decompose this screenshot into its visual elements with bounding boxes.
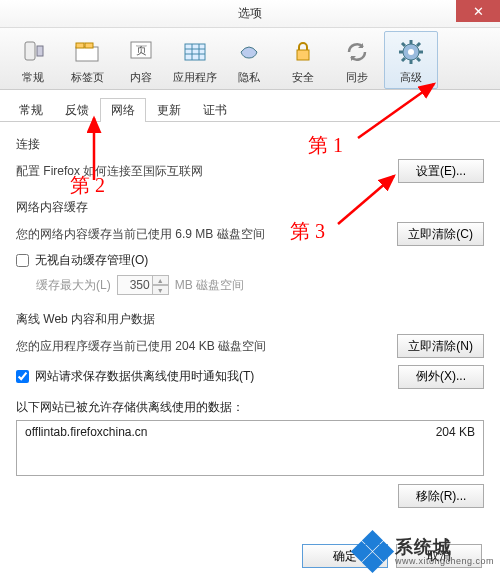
tab-content[interactable]: 页 内容 bbox=[114, 31, 168, 89]
connection-title: 连接 bbox=[16, 136, 484, 153]
svg-line-21 bbox=[402, 58, 405, 61]
network-panel: 连接 配置 Firefox 如何连接至国际互联网 设置(E)... 网络内容缓存… bbox=[0, 122, 500, 530]
cache-limit-prefix: 缓存最大为(L) bbox=[36, 277, 111, 294]
connection-section: 连接 配置 Firefox 如何连接至国际互联网 设置(E)... bbox=[16, 136, 484, 183]
privacy-icon bbox=[233, 36, 265, 68]
general-icon bbox=[17, 36, 49, 68]
svg-text:页: 页 bbox=[136, 44, 147, 56]
cache-desc: 您的网络内容缓存当前已使用 6.9 MB 磁盘空间 bbox=[16, 226, 265, 243]
svg-rect-1 bbox=[37, 46, 43, 56]
svg-rect-4 bbox=[85, 43, 93, 48]
tab-advanced[interactable]: 高级 bbox=[384, 31, 438, 89]
svg-line-19 bbox=[402, 43, 405, 46]
titlebar: 选项 ✕ bbox=[0, 0, 500, 28]
clear-cache-button[interactable]: 立即清除(C) bbox=[397, 222, 484, 246]
watermark-logo bbox=[355, 534, 391, 570]
offline-title: 离线 Web 内容和用户数据 bbox=[16, 311, 484, 328]
cache-limit-input bbox=[117, 275, 153, 295]
svg-point-14 bbox=[408, 49, 414, 55]
svg-line-22 bbox=[417, 43, 420, 46]
subtab-certificates[interactable]: 证书 bbox=[192, 98, 238, 122]
offline-section: 离线 Web 内容和用户数据 您的应用程序缓存当前已使用 204 KB 磁盘空间… bbox=[16, 311, 484, 508]
cache-title: 网络内容缓存 bbox=[16, 199, 484, 216]
svg-rect-7 bbox=[185, 44, 205, 60]
content-icon: 页 bbox=[125, 36, 157, 68]
offline-sites-list[interactable]: offlintab.firefoxchina.cn 204 KB bbox=[16, 420, 484, 476]
window-title: 选项 bbox=[238, 5, 262, 22]
svg-rect-12 bbox=[297, 50, 309, 60]
tab-tabs[interactable]: 标签页 bbox=[60, 31, 114, 89]
tabs-icon bbox=[71, 36, 103, 68]
cache-limit-suffix: MB 磁盘空间 bbox=[175, 277, 244, 294]
tab-security[interactable]: 安全 bbox=[276, 31, 330, 89]
advanced-subtabs: 常规 反馈 网络 更新 证书 bbox=[0, 92, 500, 122]
cache-limit-row: 缓存最大为(L) ▲▼ MB 磁盘空间 bbox=[36, 275, 484, 295]
notify-checkbox[interactable]: 网站请求保存数据供离线使用时通知我(T) bbox=[16, 368, 254, 385]
svg-rect-0 bbox=[25, 42, 35, 60]
svg-line-20 bbox=[417, 58, 420, 61]
override-cache-checkbox[interactable]: 无视自动缓存管理(O) bbox=[16, 252, 484, 269]
spin-up-icon: ▲ bbox=[153, 275, 169, 285]
svg-rect-3 bbox=[76, 43, 84, 48]
category-toolbar: 常规 标签页 页 内容 应用程序 隐私 安全 同步 高级 bbox=[0, 28, 500, 90]
subtab-network[interactable]: 网络 bbox=[100, 98, 146, 122]
close-button[interactable]: ✕ bbox=[456, 0, 500, 22]
subtab-general[interactable]: 常规 bbox=[8, 98, 54, 122]
spin-down-icon: ▼ bbox=[153, 285, 169, 295]
offline-desc: 您的应用程序缓存当前已使用 204 KB 磁盘空间 bbox=[16, 338, 266, 355]
tab-sync[interactable]: 同步 bbox=[330, 31, 384, 89]
subtab-update[interactable]: 更新 bbox=[146, 98, 192, 122]
apps-icon bbox=[179, 36, 211, 68]
exceptions-button[interactable]: 例外(X)... bbox=[398, 365, 484, 389]
watermark-url: www.xitongcheng.com bbox=[395, 557, 494, 566]
tab-applications[interactable]: 应用程序 bbox=[168, 31, 222, 89]
list-item[interactable]: offlintab.firefoxchina.cn 204 KB bbox=[17, 421, 483, 443]
clear-offline-button[interactable]: 立即清除(N) bbox=[397, 334, 484, 358]
tab-general[interactable]: 常规 bbox=[6, 31, 60, 89]
settings-button[interactable]: 设置(E)... bbox=[398, 159, 484, 183]
watermark-brand: 系统城 bbox=[395, 538, 494, 557]
cache-section: 网络内容缓存 您的网络内容缓存当前已使用 6.9 MB 磁盘空间 立即清除(C)… bbox=[16, 199, 484, 295]
subtab-feedback[interactable]: 反馈 bbox=[54, 98, 100, 122]
tab-privacy[interactable]: 隐私 bbox=[222, 31, 276, 89]
sync-icon bbox=[341, 36, 373, 68]
connection-desc: 配置 Firefox 如何连接至国际互联网 bbox=[16, 163, 203, 180]
override-cache-input[interactable] bbox=[16, 254, 29, 267]
notify-checkbox-input[interactable] bbox=[16, 370, 29, 383]
gear-icon bbox=[395, 36, 427, 68]
site-size: 204 KB bbox=[436, 425, 475, 439]
remove-button[interactable]: 移除(R)... bbox=[398, 484, 484, 508]
offline-list-label: 以下网站已被允许存储供离线使用的数据： bbox=[16, 399, 484, 416]
watermark: 系统城 www.xitongcheng.com bbox=[355, 534, 494, 570]
site-name: offlintab.firefoxchina.cn bbox=[25, 425, 148, 439]
cache-limit-spinner: ▲▼ bbox=[117, 275, 169, 295]
lock-icon bbox=[287, 36, 319, 68]
svg-rect-2 bbox=[76, 47, 98, 61]
